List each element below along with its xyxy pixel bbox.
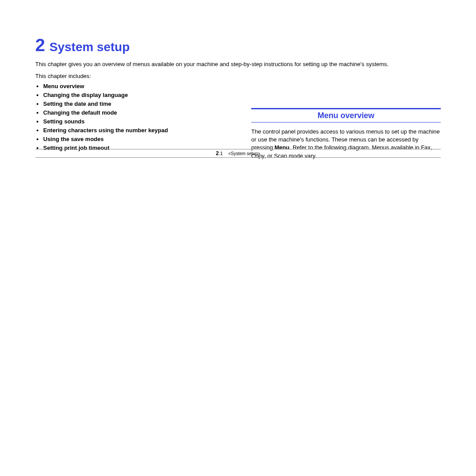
footer-page-num: 2: [216, 150, 219, 156]
section-heading: Menu overview: [251, 108, 441, 123]
chapter-title: System setup: [49, 40, 130, 54]
chapter-includes-label: This chapter includes:: [35, 73, 441, 79]
footer-section: <System setup>: [228, 151, 260, 156]
chapter-intro: This chapter gives you an overview of me…: [35, 60, 441, 68]
toc-item: Setting the date and time: [43, 100, 441, 107]
page-footer: 2.1 <System setup>: [35, 149, 441, 158]
chapter-number: 2: [35, 35, 45, 55]
footer-page-sub: .1: [219, 151, 223, 156]
toc-item: Menu overview: [43, 83, 441, 89]
toc-item: Changing the display language: [43, 92, 441, 98]
